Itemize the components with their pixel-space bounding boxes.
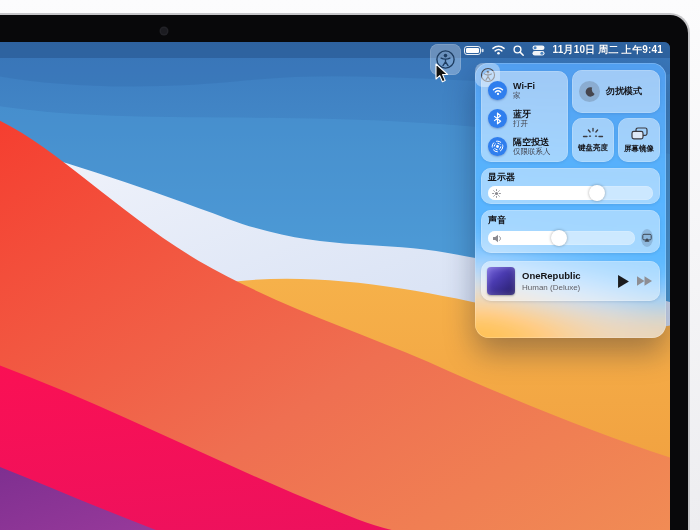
moon-icon	[579, 81, 600, 102]
bluetooth-icon	[488, 109, 507, 128]
airdrop-icon	[488, 137, 507, 156]
wifi-label: Wi-Fi	[513, 81, 535, 91]
connectivity-card: Wi-Fi 家 蓝牙 打开	[481, 71, 568, 162]
fast-forward-button[interactable]	[637, 276, 652, 286]
wifi-status: 家	[513, 91, 535, 100]
album-art	[487, 267, 515, 295]
airdrop-toggle[interactable]: 隔空投送 仅限联系人	[488, 133, 568, 160]
sound-label: 声音	[488, 215, 653, 225]
screen-mirroring-label: 屏幕镜像	[624, 145, 654, 154]
brightness-slider[interactable]	[488, 186, 653, 200]
speaker-icon	[492, 234, 503, 243]
control-center-icon[interactable]	[532, 45, 545, 56]
brightness-sun-icon	[492, 189, 501, 198]
display-label: 显示器	[488, 172, 653, 182]
bluetooth-toggle[interactable]: 蓝牙 打开	[488, 105, 568, 132]
menu-bar: 11月10日 周二 上午9:41	[0, 42, 670, 58]
desktop-screen: 11月10日 周二 上午9:41	[0, 42, 670, 530]
bluetooth-label: 蓝牙	[513, 109, 531, 119]
play-button[interactable]	[618, 275, 629, 288]
macbook-hero: 11月10日 周二 上午9:41	[0, 0, 700, 530]
brightness-knob[interactable]	[589, 185, 605, 201]
control-center-panel: Wi-Fi 家 蓝牙 打开	[475, 63, 666, 338]
dnd-label: 勿扰模式	[606, 86, 642, 96]
volume-slider[interactable]	[488, 231, 635, 245]
mouse-cursor	[435, 63, 450, 84]
airdrop-status: 仅限联系人	[513, 147, 551, 156]
menu-bar-clock[interactable]: 11月10日 周二 上午9:41	[553, 43, 663, 57]
now-playing-album: Human (Deluxe)	[522, 283, 618, 292]
sound-card: 声音	[481, 210, 660, 253]
macbook-bezel: 11月10日 周二 上午9:41	[0, 13, 690, 530]
display-card: 显示器	[481, 168, 660, 204]
audio-output-button[interactable]	[641, 229, 653, 247]
wifi-toggle[interactable]: Wi-Fi 家	[488, 77, 568, 104]
now-playing-artist: OneRepublic	[522, 270, 618, 281]
battery-icon[interactable]	[464, 46, 484, 55]
keyboard-brightness-icon	[582, 127, 604, 139]
bluetooth-status: 打开	[513, 119, 531, 128]
screen-mirroring-icon	[631, 127, 648, 140]
keyboard-brightness-label: 键盘亮度	[578, 144, 608, 153]
facetime-camera	[161, 28, 167, 34]
now-playing-card[interactable]: OneRepublic Human (Deluxe)	[481, 261, 660, 301]
airdrop-label: 隔空投送	[513, 137, 551, 147]
volume-knob[interactable]	[551, 230, 567, 246]
wifi-icon	[488, 81, 507, 100]
keyboard-brightness-card[interactable]: 键盘亮度	[572, 118, 614, 162]
do-not-disturb-card[interactable]: 勿扰模式	[572, 70, 660, 113]
airplay-audio-icon	[642, 233, 652, 243]
search-icon[interactable]	[513, 45, 524, 56]
wifi-icon[interactable]	[492, 45, 505, 55]
screen-mirroring-card[interactable]: 屏幕镜像	[618, 118, 660, 162]
